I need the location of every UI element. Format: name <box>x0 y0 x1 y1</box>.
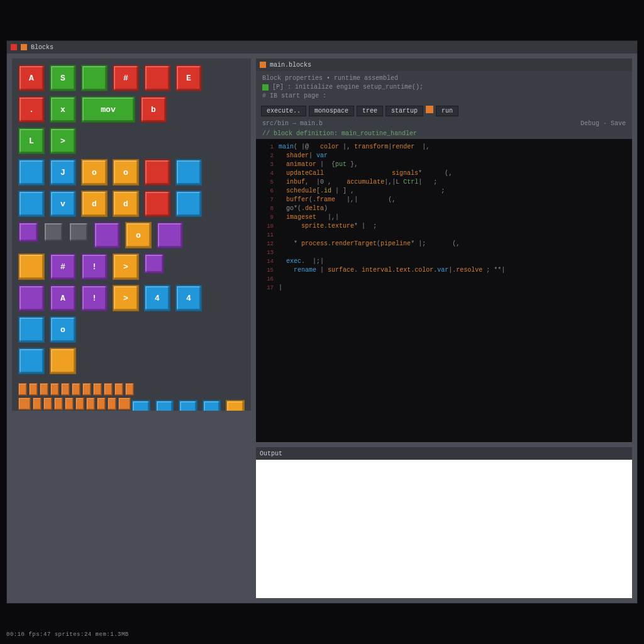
keyboard-key[interactable] <box>108 397 116 410</box>
palette-block[interactable] <box>18 159 45 186</box>
palette-block[interactable]: v <box>50 191 76 217</box>
palette-block[interactable]: ! <box>81 253 108 280</box>
keyboard-key[interactable] <box>18 383 27 396</box>
code-area[interactable]: 1main( |@ color |, transform|render |,2 … <box>256 139 632 442</box>
palette-block[interactable] <box>131 400 150 411</box>
palette-block[interactable]: 4 <box>175 285 202 311</box>
palette-block[interactable]: o <box>50 316 76 343</box>
palette-block[interactable]: ! <box>81 285 108 311</box>
code-text[interactable]: inbuf, |0 , accumulate|,|L Ctrl| ; <box>279 178 437 187</box>
palette-block[interactable] <box>144 253 164 274</box>
palette-block[interactable] <box>18 316 45 343</box>
palette-block[interactable] <box>144 159 170 186</box>
code-text[interactable]: main( |@ color |, transform|render |, <box>279 143 430 152</box>
code-line[interactable]: 10 sprite.texture* | ; <box>256 222 632 231</box>
code-text[interactable]: rename | surface. interval.text.color.va… <box>279 266 505 275</box>
palette-block[interactable] <box>94 222 120 248</box>
code-text[interactable]: schedule[.id | ] , ; <box>279 187 445 196</box>
keyboard-key[interactable] <box>104 383 113 396</box>
keyboard-key[interactable] <box>18 397 31 410</box>
palette-block[interactable]: S <box>50 65 76 91</box>
close-icon[interactable] <box>11 44 17 50</box>
window-titlebar[interactable]: Blocks <box>7 41 637 53</box>
keyboard-key[interactable] <box>75 397 84 410</box>
palette-block[interactable] <box>175 159 202 186</box>
palette-block[interactable] <box>18 253 45 280</box>
palette-block[interactable]: > <box>50 128 76 154</box>
keyboard-key[interactable] <box>29 383 38 396</box>
keyboard-key[interactable] <box>97 397 106 410</box>
keyboard-key[interactable] <box>65 397 74 410</box>
code-text[interactable]: | <box>279 284 282 292</box>
keyboard-key[interactable] <box>54 397 63 410</box>
code-text[interactable]: sprite.texture* | ; <box>279 222 377 231</box>
palette-block[interactable] <box>81 65 108 91</box>
code-line[interactable]: 5 inbuf, |0 , accumulate|,|L Ctrl| ; <box>256 178 632 187</box>
code-text[interactable]: animator | {put }, <box>279 160 358 169</box>
code-text[interactable]: go*(.delta) <box>279 204 328 213</box>
code-line[interactable]: 8 go*(.delta) <box>256 204 632 213</box>
palette-block[interactable] <box>144 191 170 217</box>
editor-tab[interactable]: main.blocks <box>270 62 311 69</box>
code-line[interactable]: 14 exec. |;| <box>256 257 632 266</box>
output-body[interactable] <box>256 460 632 598</box>
toolbar-tree[interactable]: tree <box>357 106 383 116</box>
code-text[interactable]: imageset |,| <box>279 213 339 222</box>
palette-block[interactable]: # <box>50 253 76 280</box>
palette-block[interactable]: # <box>113 65 139 91</box>
palette-block[interactable]: o <box>125 222 152 248</box>
palette-block[interactable] <box>18 285 45 311</box>
run-icon[interactable] <box>426 106 433 113</box>
palette-block[interactable]: d <box>113 191 139 217</box>
palette-block[interactable] <box>69 222 89 242</box>
keyboard-key[interactable] <box>86 397 95 410</box>
toolbar-font[interactable]: monospace <box>309 106 354 116</box>
palette-block[interactable]: . <box>18 96 45 123</box>
palette-block[interactable] <box>203 400 221 411</box>
keyboard-key[interactable] <box>40 383 48 396</box>
code-line[interactable]: 6 schedule[.id | ] , ; <box>256 187 632 196</box>
keyboard-key[interactable] <box>114 383 123 396</box>
palette-block[interactable] <box>18 222 38 242</box>
keyboard-key[interactable] <box>82 383 91 396</box>
keyboard-key[interactable] <box>33 397 42 410</box>
palette-block[interactable] <box>155 400 174 411</box>
palette-block[interactable]: > <box>113 285 139 311</box>
palette-block[interactable]: 4 <box>144 285 170 311</box>
palette-block[interactable]: A <box>50 285 76 311</box>
code-line[interactable]: 9 imageset |,| <box>256 213 632 222</box>
palette-block[interactable]: o <box>113 159 139 186</box>
keyboard-key[interactable] <box>93 383 102 396</box>
code-line[interactable]: 7 buffer(.frame |,| (, <box>256 196 632 204</box>
toolbar-run[interactable]: run <box>436 106 458 116</box>
palette-block[interactable] <box>18 348 45 374</box>
code-text[interactable]: buffer(.frame |,| (, <box>279 196 396 204</box>
palette-block[interactable]: J <box>50 159 76 186</box>
palette-block[interactable]: x <box>50 96 76 123</box>
code-line[interactable]: 12 * process.renderTarget(pipeline* |; (… <box>256 240 632 248</box>
code-line[interactable]: 16 <box>256 275 632 284</box>
toolbar-startup[interactable]: startup <box>386 106 423 116</box>
palette-block[interactable]: > <box>113 253 139 280</box>
palette-block[interactable]: E <box>175 65 202 91</box>
palette-block[interactable]: d <box>81 191 108 217</box>
palette-block[interactable]: o <box>81 159 108 186</box>
code-line[interactable]: 15 rename | surface. interval.text.color… <box>256 266 632 275</box>
keyboard-key[interactable] <box>50 383 59 396</box>
palette-block[interactable] <box>157 222 183 248</box>
code-line[interactable]: 2 shader| var <box>256 152 632 160</box>
palette-block[interactable] <box>226 400 245 411</box>
code-line[interactable]: 1main( |@ color |, transform|render |, <box>256 143 632 152</box>
palette-block[interactable]: mov <box>81 96 135 123</box>
palette-block[interactable] <box>50 348 76 374</box>
code-line[interactable]: 17| <box>256 284 632 292</box>
code-text[interactable]: updateCall signals* (, <box>279 169 452 178</box>
code-line[interactable]: 4 updateCall signals* (, <box>256 169 632 178</box>
code-line[interactable]: 3 animator | {put }, <box>256 160 632 169</box>
palette-block[interactable]: A <box>18 65 45 91</box>
code-line[interactable]: 11 <box>256 231 632 240</box>
code-text[interactable]: * process.renderTarget(pipeline* |; (, <box>279 240 460 248</box>
palette-block[interactable]: L <box>18 128 45 154</box>
keyboard-key[interactable] <box>125 383 134 396</box>
code-line[interactable]: 13 <box>256 248 632 257</box>
